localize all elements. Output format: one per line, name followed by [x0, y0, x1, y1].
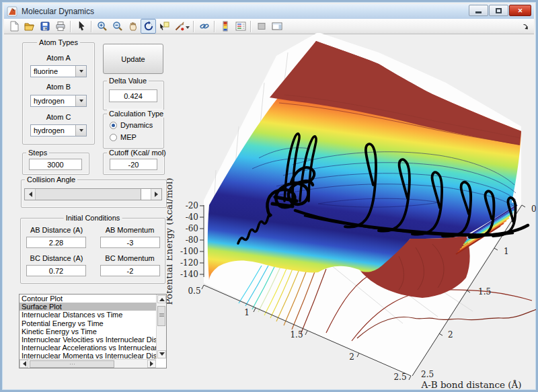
svg-text:2.5: 2.5: [421, 370, 434, 379]
dock-figure-icon[interactable]: [522, 22, 530, 34]
close-button[interactable]: ✕: [509, 5, 531, 16]
cutoff-title: Cutoff (Kcal/ mol): [107, 149, 168, 157]
brush-dropdown-icon[interactable]: [186, 26, 190, 31]
atom-types-group: Atom Types Atom A fluorine Atom B hydrog…: [22, 42, 95, 145]
svg-text:0.5: 0.5: [531, 204, 538, 214]
slider-left-arrow-icon[interactable]: [25, 189, 36, 200]
update-button-label: Update: [121, 55, 145, 63]
atom-c-value: hydrogen: [31, 126, 75, 134]
bc-momentum-field[interactable]: [100, 265, 160, 276]
ab-distance-label: AB Distance (A): [26, 226, 87, 234]
collision-angle-group: Collision Angle: [21, 180, 167, 208]
svg-text:-80: -80: [186, 235, 198, 245]
link-plots-icon[interactable]: [196, 19, 212, 34]
atom-a-dropdown[interactable]: fluorine: [30, 65, 87, 77]
horizontal-scroll-thumb[interactable]: [30, 360, 114, 368]
mep-radio[interactable]: MEP: [110, 133, 137, 141]
list-item[interactable]: Internuclear Momenta vs Internuclear Dis…: [20, 352, 156, 359]
open-folder-icon[interactable]: [22, 19, 37, 34]
zoom-out-icon[interactable]: [110, 19, 125, 34]
svg-text:-40: -40: [186, 212, 198, 222]
dynamics-radio-label: Dynamics: [120, 121, 153, 129]
show-plot-tools-icon[interactable]: [269, 19, 284, 34]
bc-distance-field[interactable]: [26, 265, 86, 276]
list-item[interactable]: Surface Plot: [20, 303, 156, 311]
bc-momentum-label: BC Momentum: [100, 254, 159, 262]
list-item[interactable]: Internuclear Velocities vs Internuclear …: [20, 336, 156, 344]
z-axis-label: Potential Energy (Kcal/mol): [167, 178, 174, 305]
svg-text:1.5: 1.5: [478, 287, 491, 297]
scroll-down-icon[interactable]: [157, 350, 166, 358]
svg-text:1: 1: [244, 308, 249, 317]
x-axis-label: A-B bond distance (Å): [420, 379, 521, 390]
delta-value-field[interactable]: [109, 89, 157, 102]
atom-c-label: Atom C: [23, 113, 94, 121]
list-item[interactable]: Internuclear Accelerations vs Internucle…: [20, 344, 156, 352]
hide-plot-tools-icon[interactable]: [254, 19, 269, 34]
insert-colorbar-icon[interactable]: [217, 19, 233, 34]
svg-text:-20: -20: [186, 201, 198, 210]
radio-unselected-icon: [110, 134, 117, 141]
initial-conditions-title: Initial Conditions: [64, 214, 122, 222]
minimize-button[interactable]: [469, 5, 488, 16]
svg-text:-100: -100: [180, 247, 198, 256]
pan-hand-icon[interactable]: [125, 19, 141, 34]
cutoff-field[interactable]: [110, 159, 157, 170]
atom-b-label: Atom B: [23, 83, 94, 91]
vertical-scrollbar[interactable]: [156, 295, 166, 359]
plot-type-items: Contour Plot Surface Plot Internuclear D…: [20, 295, 156, 359]
radio-selected-icon: [110, 122, 117, 129]
svg-text:2: 2: [349, 352, 354, 362]
calculation-type-group: Calculation Type Dynamics MEP: [103, 114, 164, 149]
insert-legend-icon[interactable]: [233, 19, 248, 34]
zoom-in-icon[interactable]: [94, 19, 110, 34]
ab-momentum-label: AB Momentum: [100, 226, 159, 234]
atom-b-dropdown[interactable]: hydrogen: [30, 95, 87, 107]
list-item[interactable]: Contour Plot: [20, 295, 156, 303]
maximize-button[interactable]: [489, 5, 508, 16]
slider-thumb[interactable]: [36, 189, 141, 200]
initial-conditions-group: Initial Conditions AB Distance (A) AB Mo…: [20, 218, 165, 284]
list-item[interactable]: Potential Energy vs Time: [20, 319, 156, 327]
rotate-3d-icon[interactable]: [141, 19, 156, 34]
scroll-right-icon[interactable]: [147, 360, 156, 368]
list-item[interactable]: Internuclear Distances vs Time: [20, 311, 156, 319]
atom-a-label: Atom A: [23, 54, 94, 62]
vertical-scroll-thumb[interactable]: [157, 306, 165, 326]
atom-c-dropdown[interactable]: hydrogen: [30, 124, 87, 136]
collision-angle-slider[interactable]: [24, 188, 162, 200]
atom-a-value: fluorine: [31, 67, 75, 75]
plot-type-listbox[interactable]: Contour Plot Surface Plot Internuclear D…: [19, 294, 167, 368]
print-icon[interactable]: [52, 19, 68, 34]
horizontal-scrollbar[interactable]: [20, 359, 156, 368]
slider-track[interactable]: [141, 189, 151, 200]
chevron-down-icon[interactable]: [75, 66, 86, 77]
atom-b-value: hydrogen: [31, 97, 75, 105]
svg-text:2.5: 2.5: [393, 373, 406, 382]
pointer-icon[interactable]: [73, 19, 89, 34]
data-cursor-icon[interactable]: [156, 19, 171, 34]
slider-right-arrow-icon[interactable]: [151, 189, 161, 200]
svg-text:-120: -120: [180, 258, 198, 268]
list-item[interactable]: Kinetic Energy vs Time: [20, 327, 156, 336]
mep-radio-label: MEP: [120, 133, 137, 141]
new-file-icon[interactable]: [6, 19, 22, 34]
scroll-left-icon[interactable]: [20, 360, 28, 368]
app-window: Molecular Dynamics ✕ Atom Types: [0, 0, 538, 392]
ab-distance-field[interactable]: [26, 237, 86, 248]
surface-plot-axes[interactable]: -20 -40 -60 -80 -100 -120 -140 0.5 1 1.5…: [167, 33, 538, 392]
steps-field[interactable]: [29, 159, 82, 170]
titlebar[interactable]: Molecular Dynamics ✕: [4, 4, 534, 19]
ab-momentum-field[interactable]: [100, 237, 160, 248]
window-title: Molecular Dynamics: [22, 7, 94, 16]
chevron-down-icon[interactable]: [75, 125, 86, 136]
chevron-down-icon[interactable]: [75, 95, 86, 106]
scroll-up-icon[interactable]: [157, 295, 166, 303]
save-icon[interactable]: [37, 19, 52, 34]
svg-text:1.5: 1.5: [290, 330, 303, 340]
svg-text:0.5: 0.5: [188, 286, 200, 296]
delta-value-title: Delta Value: [107, 77, 149, 85]
dynamics-radio[interactable]: Dynamics: [110, 121, 153, 129]
brush-icon[interactable]: [171, 19, 187, 34]
update-button[interactable]: Update: [103, 44, 163, 74]
